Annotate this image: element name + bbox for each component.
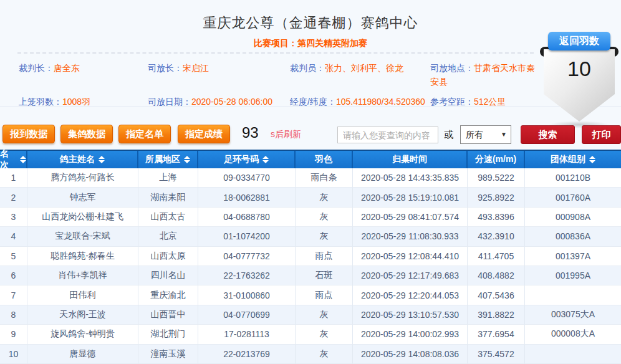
column-header-4: 羽色 xyxy=(296,151,353,168)
cell: 003075大A xyxy=(525,305,621,325)
table-row: 5聪胜鸽苑-郝春生山西太原04-0777732雨点2020-05-29 12:0… xyxy=(0,247,621,266)
column-header-3[interactable]: 足环号码 xyxy=(198,151,296,168)
cell: 1 xyxy=(0,168,27,188)
info-item-1: 司放长：宋启江 xyxy=(148,61,290,89)
cell: 001210B xyxy=(525,168,621,188)
page-title: 重庆龙公尊（金通春棚）赛鸽中心 xyxy=(0,0,621,32)
cell: 2020-05-28 14:43:35.835 xyxy=(353,168,468,188)
cell: 17-0281113 xyxy=(198,325,296,344)
info-value: 105.411980/34.520360 xyxy=(336,97,425,107)
cell: 001397A xyxy=(525,247,621,266)
info-item-3: 司放地点：甘肃省天水市秦安县 xyxy=(430,61,539,89)
table-body: 1腾方鸽苑-何路长上海09-0334770雨白条2020-05-28 14:43… xyxy=(0,168,621,364)
table-row: 7田伟利重庆渝北31-0100860雨点2020-05-29 12:20:44.… xyxy=(0,285,621,305)
cell: 2020-05-29 12:20:44.053 xyxy=(353,285,468,305)
cell: 04-0688780 xyxy=(198,208,296,227)
cell: 18-0062881 xyxy=(198,188,296,207)
cell: 2 xyxy=(0,188,27,207)
sort-icon xyxy=(589,156,595,163)
info-label: 裁判员： xyxy=(290,63,325,73)
cell: 001760A xyxy=(525,188,621,207)
cell: 375.4572 xyxy=(468,345,525,364)
column-header-1[interactable]: 鸽主姓名 xyxy=(27,151,138,168)
cell: 493.8396 xyxy=(468,208,525,227)
cell: 四川名山 xyxy=(138,266,198,285)
cell: 408.4882 xyxy=(468,266,525,285)
cell: 田伟利 xyxy=(27,285,138,305)
cell xyxy=(525,285,621,305)
cell: 000008大A xyxy=(525,325,621,344)
print-button[interactable]: 打印 xyxy=(582,125,621,144)
table-row: 4宝龙联合-宋斌北京01-1074200灰2020-05-29 11:08:30… xyxy=(0,227,621,246)
cell: 灰 xyxy=(296,188,353,207)
cell: 377.6954 xyxy=(468,325,525,344)
cell: 001995A xyxy=(525,266,621,285)
return-count-label: 返回羽数 xyxy=(548,32,610,50)
column-header-5: 归巢时间 xyxy=(353,151,468,168)
or-label: 或 xyxy=(444,129,453,141)
table-row: 1腾方鸽苑-何路长上海09-0334770雨白条2020-05-28 14:43… xyxy=(0,168,621,188)
info-value: 2020-05-28 06:06:00 xyxy=(191,97,272,107)
info-label: 司放日期： xyxy=(148,97,191,107)
column-header-7[interactable]: 团体组别 xyxy=(525,151,621,168)
cell: 雨点 xyxy=(296,247,353,266)
cell: 9 xyxy=(0,325,27,344)
cell: 聪胜鸽苑-郝春生 xyxy=(27,247,138,266)
cell: 989.5222 xyxy=(468,168,525,188)
column-header-label: 团体组别 xyxy=(551,154,585,165)
toolbar-button-0[interactable]: 报到数据 xyxy=(2,125,55,143)
chevron-down-icon: ▼ xyxy=(501,126,507,143)
info-value: 唐全东 xyxy=(54,63,80,73)
column-header-2[interactable]: 所属地区 xyxy=(138,151,198,168)
cell: 灰 xyxy=(296,208,353,227)
results-table: 名次鸽主姓名所属地区足环号码羽色归巢时间分速(m/m)团体组别 1腾方鸽苑-何路… xyxy=(0,150,621,364)
cell: 山西晋中 xyxy=(138,305,198,325)
return-count-badge: 10 返回羽数 xyxy=(540,27,619,107)
toolbar-button-1[interactable]: 集鸽数据 xyxy=(60,125,113,143)
cell: 000836A xyxy=(525,227,621,246)
cell: 灰 xyxy=(296,227,353,246)
info-value: 1008羽 xyxy=(62,97,90,107)
table-row: 2钟志军湖南耒阳18-0062881灰2020-05-28 15:19:10.0… xyxy=(0,188,621,207)
cell: 8 xyxy=(0,305,27,325)
cell: 925.8922 xyxy=(468,188,525,207)
cell: 山西太古 xyxy=(138,208,198,227)
info-item-2: 裁判员：张力、刘利平、徐龙 xyxy=(290,61,430,89)
cell: 潼南玉溪 xyxy=(138,345,198,364)
column-header-0[interactable]: 名次 xyxy=(0,151,27,168)
column-header-label: 归巢时间 xyxy=(392,154,427,165)
toolbar-button-3[interactable]: 指定成绩 xyxy=(178,125,230,143)
sort-icon xyxy=(20,156,26,163)
cell: 肖伟+李凯祥 xyxy=(27,266,138,285)
column-header-label: 足环号码 xyxy=(224,154,259,165)
info-value: 512公里 xyxy=(474,97,506,107)
shield-icon: 10 xyxy=(544,49,615,122)
filter-select[interactable]: 所有 ▼ xyxy=(460,125,511,144)
toolbar: 报到数据集鸽数据指定名单指定成绩 93 s后刷新 或 所有 ▼ 搜索 打印 xyxy=(0,122,621,148)
cell: 2020-05-29 11:08:30.933 xyxy=(353,227,468,246)
cell: 重庆渝北 xyxy=(138,285,198,305)
info-item-0: 裁判长：唐全东 xyxy=(19,61,148,89)
column-header-label: 羽色 xyxy=(315,154,332,165)
info-grid: 裁判长：唐全东司放长：宋启江裁判员：张力、刘利平、徐龙司放地点：甘肃省天水市秦安… xyxy=(19,61,539,108)
cell: 5 xyxy=(0,247,27,266)
info-label: 司放长： xyxy=(148,63,183,73)
info-label: 参考空距： xyxy=(430,97,474,107)
cell: 432.3910 xyxy=(468,227,525,246)
cell: 山西龙岗公棚-杜建飞 xyxy=(27,208,138,227)
refresh-countdown: 93 xyxy=(242,124,259,141)
search-input[interactable] xyxy=(337,127,438,143)
toolbar-button-2[interactable]: 指定名单 xyxy=(118,125,171,143)
cell: 09-0334770 xyxy=(198,168,296,188)
cell: 湖北荆门 xyxy=(138,325,198,344)
cell: 北京 xyxy=(138,227,198,246)
search-button[interactable]: 搜索 xyxy=(521,125,575,144)
table-row: 10唐显德潼南玉溪22-0213769灰2020-05-29 14:08:08.… xyxy=(0,345,621,364)
cell: 407.5436 xyxy=(468,285,525,305)
cell: 3 xyxy=(0,208,27,227)
return-count-value: 10 xyxy=(544,49,615,81)
cell: 山西太原 xyxy=(138,247,198,266)
table-row: 6肖伟+李凯祥四川名山22-1763262石斑2020-05-29 12:17:… xyxy=(0,266,621,285)
cell: 雨点 xyxy=(296,285,353,305)
refresh-label: s后刷新 xyxy=(271,129,301,140)
